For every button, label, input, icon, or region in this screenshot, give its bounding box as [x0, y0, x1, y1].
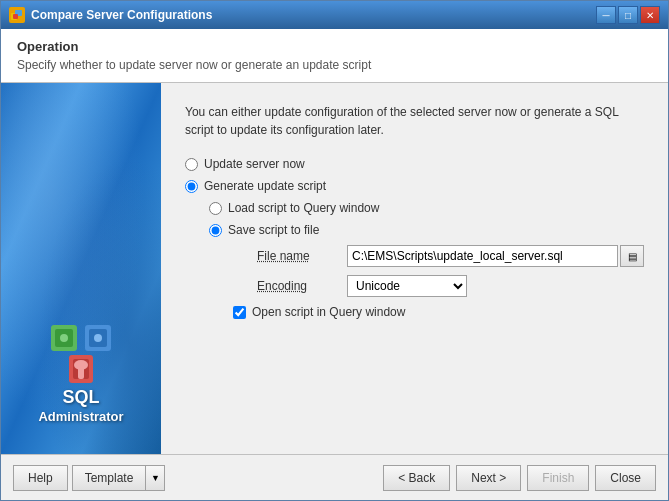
content-area: You can either update configuration of t…: [161, 83, 668, 454]
footer-right-buttons: < Back Next > Finish Close: [383, 465, 656, 491]
sub-options: Load script to Query window Save script …: [209, 201, 644, 297]
radio-load-query-label: Load script to Query window: [228, 201, 379, 215]
header-section: Operation Specify whether to update serv…: [1, 29, 668, 83]
footer: Help Template ▼ < Back Next > Finish Clo…: [1, 454, 668, 500]
window-title: Compare Server Configurations: [31, 8, 596, 22]
radio-save-file-option[interactable]: Save script to file: [209, 223, 644, 237]
help-button[interactable]: Help: [13, 465, 68, 491]
minimize-button[interactable]: ─: [596, 6, 616, 24]
checkbox-open-query-row[interactable]: Open script in Query window: [233, 305, 644, 319]
svg-point-8: [94, 334, 102, 342]
browse-button[interactable]: ▤: [620, 245, 644, 267]
checkbox-open-query-label: Open script in Query window: [252, 305, 405, 319]
maximize-button[interactable]: □: [618, 6, 638, 24]
encoding-select-wrap: Unicode UTF-8 ASCII UTF-16: [347, 275, 467, 297]
template-main-button[interactable]: Template: [72, 465, 146, 491]
filename-row: File name ▤: [257, 245, 644, 267]
svg-rect-12: [78, 367, 84, 379]
radio-load-query-option[interactable]: Load script to Query window: [209, 201, 644, 215]
template-split-button: Template ▼: [72, 465, 166, 491]
main-content: SQL Administrator You can either update …: [1, 83, 668, 454]
footer-left-buttons: Help Template ▼: [13, 465, 165, 491]
checkbox-open-query[interactable]: [233, 306, 246, 319]
radio-load-query[interactable]: [209, 202, 222, 215]
description-text: You can either update configuration of t…: [185, 103, 644, 139]
window-controls: ─ □ ✕: [596, 6, 660, 24]
sidebar-subtitle: Administrator: [38, 409, 123, 424]
main-window: Compare Server Configurations ─ □ ✕ Oper…: [0, 0, 669, 501]
back-button[interactable]: < Back: [383, 465, 450, 491]
header-subtitle: Specify whether to update server now or …: [17, 58, 652, 72]
encoding-row: Encoding Unicode UTF-8 ASCII UTF-16: [257, 275, 644, 297]
filename-input-wrap: ▤: [347, 245, 644, 267]
radio-group-operation: Update server now Generate update script…: [185, 157, 644, 319]
sidebar-logo: SQL Administrator: [38, 323, 123, 424]
close-button[interactable]: Close: [595, 465, 656, 491]
radio-generate-script-option[interactable]: Generate update script: [185, 179, 644, 193]
radio-update-server[interactable]: [185, 158, 198, 171]
radio-save-file-label: Save script to file: [228, 223, 319, 237]
encoding-label: Encoding: [257, 279, 347, 293]
browse-icon: ▤: [628, 251, 637, 262]
finish-button[interactable]: Finish: [527, 465, 589, 491]
window-icon: [9, 7, 25, 23]
next-button[interactable]: Next >: [456, 465, 521, 491]
encoding-select[interactable]: Unicode UTF-8 ASCII UTF-16: [347, 275, 467, 297]
radio-generate-script-label: Generate update script: [204, 179, 326, 193]
template-dropdown-button[interactable]: ▼: [145, 465, 165, 491]
svg-point-5: [60, 334, 68, 342]
svg-rect-2: [13, 14, 18, 19]
radio-update-server-option[interactable]: Update server now: [185, 157, 644, 171]
radio-generate-script[interactable]: [185, 180, 198, 193]
sidebar: SQL Administrator: [1, 83, 161, 454]
filename-input[interactable]: [347, 245, 618, 267]
radio-update-server-label: Update server now: [204, 157, 305, 171]
product-logo-icon: [49, 323, 113, 387]
title-bar: Compare Server Configurations ─ □ ✕: [1, 1, 668, 29]
filename-label: File name: [257, 249, 347, 263]
sidebar-title: SQL: [62, 387, 99, 409]
close-window-button[interactable]: ✕: [640, 6, 660, 24]
header-title: Operation: [17, 39, 652, 54]
radio-save-file[interactable]: [209, 224, 222, 237]
